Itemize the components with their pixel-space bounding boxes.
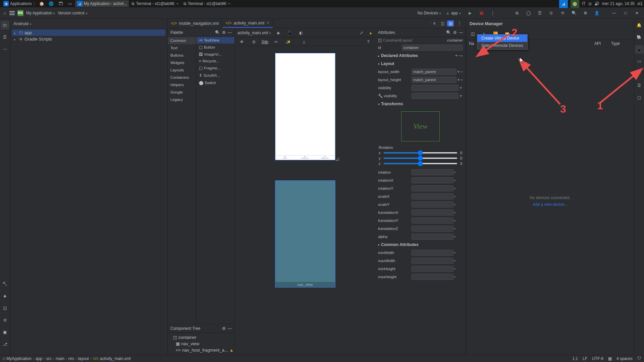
maxwidth-input[interactable] [412,258,453,264]
indent-indicator[interactable]: 4 spaces [616,356,633,361]
minheight-input[interactable] [412,266,453,272]
problems-tool-icon[interactable]: ⊘ [1,316,9,324]
assistant-icon[interactable]: ✦ [635,69,644,78]
visibility-input[interactable] [412,85,459,91]
minimize-icon[interactable]: — [610,9,619,17]
bind-icon[interactable]: ⎓ [453,210,456,215]
bind-icon[interactable]: ⎓ [453,251,456,255]
clock[interactable]: mer 21 ago, 14:35 [602,1,635,6]
tab-activity-main[interactable]: </> activity_main.xml ✕ [222,19,273,28]
network-icon[interactable]: ◎ [588,1,592,6]
night-mode-icon[interactable]: ◐ [297,28,305,37]
vcs-selector[interactable]: Version control [58,11,87,15]
bind-icon[interactable]: ⎓ [453,194,456,198]
design-canvas[interactable]: ■Home■Dashboard■Notifications ◿ nav_view [235,46,375,355]
warning-icon[interactable]: ▲ [369,31,373,35]
bind-icon[interactable]: ⎓ [453,235,456,239]
translationx-input[interactable] [412,209,453,216]
settings-icon[interactable]: ⚙ [222,30,226,35]
taskbar-app-2[interactable]: ⧉ Terminal - st1@lab98: ~ [129,1,180,7]
default-margin[interactable]: 0dp [262,40,268,44]
minimize-panel-icon[interactable]: — [228,30,232,35]
rotation-z-slider[interactable] [383,163,458,164]
palette-item-switch[interactable]: ⬤Switch [196,79,234,86]
scaley-input[interactable] [412,201,453,207]
tray-android-icon[interactable]: ⬤ [571,0,579,8]
caret-position[interactable]: 1:1 [572,356,578,361]
rotationx-input[interactable] [412,177,453,183]
palette-cat-text[interactable]: Text [168,44,196,52]
app-inspection-icon[interactable]: ◫ [1,304,9,312]
maximize-icon[interactable]: □ [621,9,630,17]
create-virtual-device-item[interactable]: Create Virtual Device [477,35,527,42]
running-devices-icon[interactable]: ▭ [635,57,644,66]
guidelines-icon[interactable]: ⊥ [300,38,308,46]
bind-icon[interactable]: ⎓ [453,259,456,263]
applications-menu[interactable]: ◆ Applications [1,0,37,7]
design-preview-1[interactable]: ■Home■Dashboard■Notifications ◿ [275,53,335,160]
minimize-panel-icon[interactable]: — [228,326,232,331]
editor-more-icon[interactable]: ⋮ [455,19,464,28]
tree-node-container[interactable]: ◫container [170,334,232,341]
dropdown-icon[interactable]: ▾ [457,69,461,74]
settings-icon[interactable]: ⚙ [222,326,226,331]
search-icon[interactable]: 🔍 [446,30,451,35]
maxheight-input[interactable] [412,274,453,280]
code-view-button[interactable]: ≡ [431,20,438,26]
palette-item-textview[interactable]: AbTextView [196,37,234,44]
palette-item-recyclerview[interactable]: ≡Recycle... [196,58,234,64]
bind-icon[interactable]: ⎓ [453,202,456,206]
more-actions-icon[interactable]: ⋮ [488,9,497,17]
dropdown-icon[interactable]: ▾ [459,85,463,90]
translationz-input[interactable] [412,226,453,232]
layout-inspector-icon[interactable]: ⧉ [513,9,521,17]
bind-icon[interactable]: ⎓ [453,267,456,271]
add-attr-icon[interactable]: + [455,53,458,58]
layout-width-input[interactable] [412,69,457,75]
palette-cat-google[interactable]: Google [168,88,196,96]
search-icon[interactable]: 🔍 [215,30,220,35]
scalex-input[interactable] [412,193,453,199]
tools-visibility-input[interactable] [412,93,459,99]
more-tool-icon[interactable]: ⋯ [1,45,9,54]
infer-constraints-icon[interactable]: ✨ [284,38,292,46]
memory-indicator-icon[interactable]: ⛉ [637,356,641,361]
line-separator[interactable]: LF [583,356,587,361]
project-selector[interactable]: My Application [26,11,55,15]
clear-constraints-icon[interactable]: ✂ [272,38,280,46]
palette-item-button[interactable]: ▢Button [196,44,234,51]
run-button[interactable]: ▶ [466,9,474,17]
design-view-button[interactable]: ▦ [447,20,454,26]
rotation-input[interactable] [412,169,453,175]
layout-height-input[interactable] [412,77,457,83]
palette-item-scrollview[interactable]: ⇕ScrollVi... [196,72,234,79]
tree-node-navview[interactable]: ▦nav_view [170,341,232,347]
web-browser-icon[interactable]: 🌐 [47,0,56,8]
rotation-y-slider[interactable] [383,158,458,159]
main-menu-button[interactable] [9,11,15,15]
bind-icon[interactable]: ⎓ [453,219,456,223]
debug-button[interactable]: 🐞 [477,9,486,17]
readonly-icon[interactable]: ▦ [608,356,612,361]
palette-cat-legacy[interactable]: Legacy [168,96,196,103]
help-icon[interactable]: ? [364,38,373,46]
volume-icon[interactable]: 🔊 [594,1,599,6]
col-api[interactable]: API [594,41,611,46]
declared-attrs-section[interactable]: Declared Attributes [381,53,418,58]
add-new-device-link[interactable]: Add a new device... [533,202,568,207]
taskbar-app-3[interactable]: ⧉ Terminal - st1@lab98: ~ [181,1,232,7]
select-remote-devices-item[interactable]: Select Remote Devices [477,42,527,49]
alpha-input[interactable] [412,234,453,240]
palette-cat-common[interactable]: Common [168,37,196,44]
inspections-icon[interactable]: ⟲ [558,9,567,17]
profiler-icon[interactable]: ⊙ [547,9,555,17]
home-icon[interactable]: ⌂ [3,9,7,17]
autoconnect-icon[interactable]: ⊘ [250,38,258,46]
terminal-tool-icon[interactable]: ▣ [1,328,9,337]
resize-handle-icon[interactable]: ◿ [336,157,340,161]
notifications-tool-icon[interactable]: 🔔 [635,21,644,29]
settings-icon[interactable]: ⚙ [453,30,457,35]
bind-icon[interactable]: ⎓ [453,275,456,279]
files-icon[interactable]: 🗔 [56,0,65,8]
desktop-switcher-icon[interactable]: ▭ [66,0,74,8]
